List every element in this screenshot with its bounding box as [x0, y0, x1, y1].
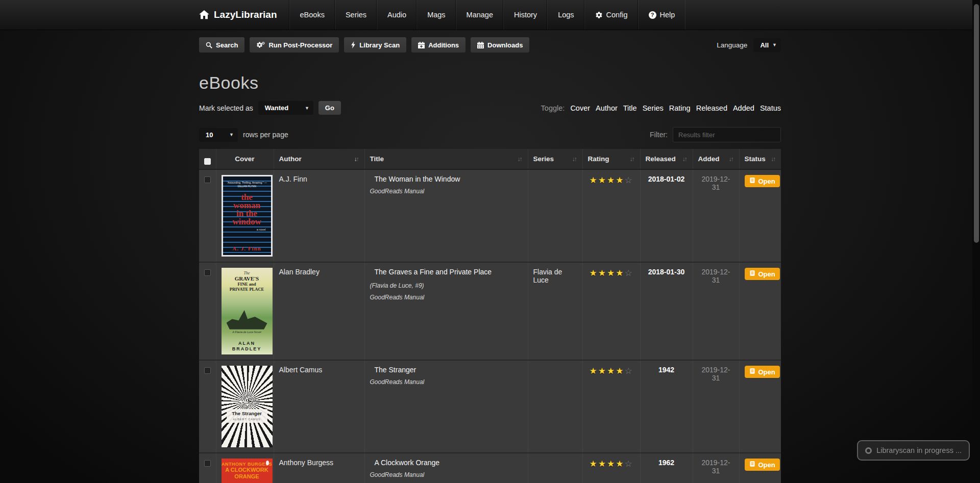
table-row: The GRAVE'S FINE and PRIVATE PLACE A Fla… — [199, 262, 781, 360]
nav-item-series[interactable]: Series — [335, 0, 377, 30]
brand-link[interactable]: LazyLibrarian — [199, 0, 289, 30]
toggle-title[interactable]: Title — [623, 104, 637, 112]
row-checkbox[interactable] — [204, 367, 211, 374]
home-icon — [199, 10, 209, 19]
book-cover[interactable]: The Stranger ALBERT CAMUS — [222, 366, 273, 447]
book-cover[interactable]: “Astounding. Thrilling. Amazing.” —GILLI… — [222, 175, 273, 257]
table-header-row: Cover Author↓↑ Title↓↑ Series↓↑ Rating↓↑… — [199, 149, 781, 169]
nav-item-history[interactable]: History — [503, 0, 547, 30]
mark-selected-select[interactable]: Wanted ▼ — [258, 101, 313, 115]
series-note: (Flavia de Luce, #9) — [370, 282, 523, 289]
header-series[interactable]: Series↓↑ — [528, 149, 582, 169]
question-icon: ? — [649, 11, 656, 19]
page-title: eBooks — [199, 73, 781, 93]
header-title[interactable]: Title↓↑ — [364, 149, 528, 169]
ebooks-table: Cover Author↓↑ Title↓↑ Series↓↑ Rating↓↑… — [199, 149, 781, 483]
series-cell — [528, 360, 582, 453]
nav-item-logs[interactable]: Logs — [547, 0, 584, 30]
toggle-released[interactable]: Released — [696, 104, 727, 112]
book-cover[interactable]: The GRAVE'S FINE and PRIVATE PLACE A Fla… — [222, 268, 273, 354]
sort-icon: ↓↑ — [729, 156, 734, 163]
added-cell: 2019-12-31 — [693, 262, 739, 360]
run-post-processor-button[interactable]: Run Post-Processor — [250, 37, 339, 53]
caret-down-icon: ▼ — [305, 106, 309, 111]
gear-icon — [595, 11, 603, 19]
book-icon — [749, 270, 755, 278]
mark-selected-label: Mark selected as — [199, 104, 253, 112]
language-select[interactable]: All ▼ — [753, 38, 781, 52]
table-row: “Astounding. Thrilling. Amazing.” —GILLI… — [199, 169, 781, 262]
header-released[interactable]: Released↓↑ — [640, 149, 693, 169]
book-title-link[interactable]: A Clockwork Orange — [375, 459, 440, 467]
scrollbar-thumb[interactable] — [974, 4, 979, 243]
toggle-author[interactable]: Author — [596, 104, 618, 112]
bolt-icon — [351, 41, 356, 48]
added-cell: 2019-12-31 — [693, 453, 739, 483]
toggle-label: Toggle: — [541, 104, 565, 112]
nav-item-manage[interactable]: Manage — [456, 0, 503, 30]
header-select-all — [199, 149, 216, 169]
open-button[interactable]: Open — [745, 175, 780, 187]
toggle-cover[interactable]: Cover — [570, 104, 590, 112]
series-cell: Flavia de Luce — [528, 262, 582, 360]
rating-stars: ★★★★☆ — [590, 366, 633, 376]
open-button[interactable]: Open — [745, 459, 780, 471]
row-checkbox[interactable] — [204, 269, 211, 276]
nav-item-ebooks[interactable]: eBooks — [289, 0, 335, 30]
toggle-series[interactable]: Series — [643, 104, 664, 112]
book-title-link[interactable]: The Graves a Fine and Private Place — [375, 268, 492, 276]
book-cover[interactable]: ANTHONY BURGESS A CLOCKWORK ORANGE — [222, 459, 273, 483]
downloads-button[interactable]: Downloads — [471, 37, 529, 53]
caret-down-icon: ▼ — [772, 42, 777, 47]
sort-icon: ↓↑ — [630, 156, 635, 163]
toggle-status[interactable]: Status — [760, 104, 781, 112]
brand-label: LazyLibrarian — [214, 9, 277, 20]
header-added[interactable]: Added↓↑ — [693, 149, 739, 169]
released-cell: 2018-01-30 — [640, 262, 693, 360]
series-cell — [528, 453, 582, 483]
sort-icon: ↓↑ — [354, 156, 359, 163]
libraryscan-toast: Libraryscan in progress ... — [857, 440, 970, 461]
sort-icon: ↓↑ — [572, 156, 577, 163]
book-source: GoodReads Manual — [370, 378, 523, 386]
book-icon — [749, 177, 755, 185]
sort-icon: ↓↑ — [518, 156, 523, 163]
select-all-checkbox[interactable] — [204, 158, 211, 165]
toggle-rating[interactable]: Rating — [669, 104, 691, 112]
header-status[interactable]: Status↓↑ — [739, 149, 781, 169]
row-checkbox[interactable] — [204, 460, 211, 467]
library-scan-button[interactable]: Library Scan — [344, 37, 406, 53]
header-author[interactable]: Author↓↑ — [274, 149, 364, 169]
go-button[interactable]: Go — [318, 101, 341, 115]
nav-item-audio[interactable]: Audio — [377, 0, 416, 30]
search-icon — [206, 42, 212, 48]
book-title-link[interactable]: The Woman in the Window — [375, 175, 460, 183]
author-cell: Alan Bradley — [274, 262, 364, 360]
rows-per-page-select[interactable]: 10 ▼ — [199, 128, 238, 142]
gears-icon — [256, 41, 265, 48]
open-button[interactable]: Open — [745, 366, 780, 378]
book-icon — [749, 461, 755, 469]
cover-art — [227, 306, 267, 329]
book-title-link[interactable]: The Stranger — [375, 366, 416, 374]
released-cell: 2018-01-02 — [640, 169, 693, 262]
open-button[interactable]: Open — [745, 268, 780, 280]
header-cover[interactable]: Cover — [216, 149, 274, 169]
toggle-added[interactable]: Added — [733, 104, 754, 112]
search-button[interactable]: Search — [199, 37, 244, 53]
nav-item-mags[interactable]: Mags — [416, 0, 455, 30]
added-cell: 2019-12-31 — [693, 169, 739, 262]
calendar-plus-icon — [418, 42, 425, 48]
author-cell: Albert Camus — [274, 360, 364, 453]
additions-button[interactable]: Additions — [411, 37, 465, 53]
author-name: Anthony Burgess — [279, 459, 334, 467]
calendar-icon — [477, 42, 484, 48]
filter-input[interactable] — [673, 127, 781, 142]
header-rating[interactable]: Rating↓↑ — [582, 149, 640, 169]
top-navbar: LazyLibrarian eBooks Series Audio Mags M… — [0, 0, 980, 30]
nav-item-help[interactable]: ? Help — [638, 0, 686, 30]
nav-item-config[interactable]: Config — [584, 0, 638, 30]
row-checkbox[interactable] — [204, 176, 211, 183]
rating-stars: ★★★★☆ — [590, 268, 633, 278]
book-icon — [749, 368, 755, 376]
